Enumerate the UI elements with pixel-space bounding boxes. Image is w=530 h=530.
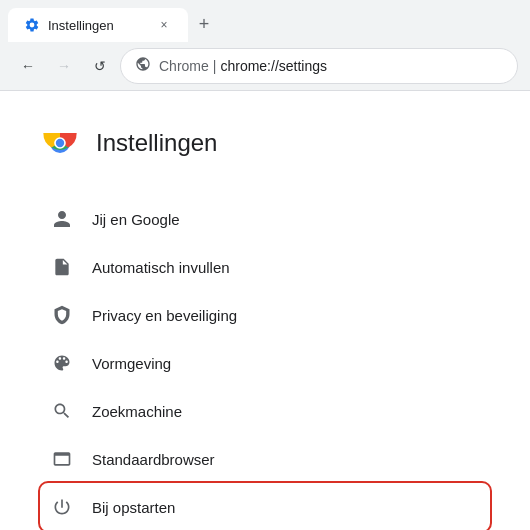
menu-item-jij-en-google[interactable]: Jij en Google <box>40 195 490 243</box>
menu-label-automatisch-invullen: Automatisch invullen <box>92 259 230 276</box>
menu-label-bij-opstarten: Bij opstarten <box>92 499 175 516</box>
navigation-bar: ← → ↺ Chrome | chrome://settings <box>0 42 530 90</box>
power-icon <box>52 497 72 517</box>
menu-item-vormgeving[interactable]: Vormgeving <box>40 339 490 387</box>
menu-label-standaardbrowser: Standaardbrowser <box>92 451 215 468</box>
address-path: chrome://settings <box>220 58 327 74</box>
address-origin: Chrome <box>159 58 209 74</box>
search-icon <box>52 401 72 421</box>
active-tab[interactable]: Instellingen × <box>8 8 188 42</box>
page-header: Instellingen <box>40 123 490 163</box>
person-icon <box>52 209 72 229</box>
tab-favicon <box>24 17 40 33</box>
new-tab-button[interactable]: + <box>190 10 218 38</box>
shield-icon <box>52 305 72 325</box>
menu-item-standaardbrowser[interactable]: Standaardbrowser <box>40 435 490 483</box>
menu-item-bij-opstarten[interactable]: Bij opstarten <box>40 483 490 530</box>
menu-label-privacy-beveiliging: Privacy en beveiliging <box>92 307 237 324</box>
browser-icon <box>52 449 72 469</box>
tab-bar: Instellingen × + <box>0 0 530 42</box>
menu-item-zoekmachine[interactable]: Zoekmachine <box>40 387 490 435</box>
forward-button[interactable]: → <box>48 50 80 82</box>
page-title: Instellingen <box>96 129 217 157</box>
tab-title: Instellingen <box>48 18 148 33</box>
address-bar[interactable]: Chrome | chrome://settings <box>120 48 518 84</box>
menu-item-automatisch-invullen[interactable]: Automatisch invullen <box>40 243 490 291</box>
menu-item-privacy-beveiliging[interactable]: Privacy en beveiliging <box>40 291 490 339</box>
settings-page: Instellingen Jij en Google Automatisch i… <box>0 91 530 530</box>
tab-close-button[interactable]: × <box>156 17 172 33</box>
menu-label-jij-en-google: Jij en Google <box>92 211 180 228</box>
reload-button[interactable]: ↺ <box>84 50 116 82</box>
address-separator: | <box>213 58 217 74</box>
svg-point-4 <box>56 139 64 147</box>
menu-label-zoekmachine: Zoekmachine <box>92 403 182 420</box>
palette-icon <box>52 353 72 373</box>
site-info-icon <box>135 56 151 76</box>
browser-chrome: Instellingen × + ← → ↺ Chrome | chrome:/… <box>0 0 530 91</box>
settings-menu: Jij en Google Automatisch invullen Priva… <box>40 195 490 530</box>
menu-label-vormgeving: Vormgeving <box>92 355 171 372</box>
chrome-logo <box>40 123 80 163</box>
autofill-icon <box>52 257 72 277</box>
address-text: Chrome | chrome://settings <box>159 58 327 74</box>
back-button[interactable]: ← <box>12 50 44 82</box>
